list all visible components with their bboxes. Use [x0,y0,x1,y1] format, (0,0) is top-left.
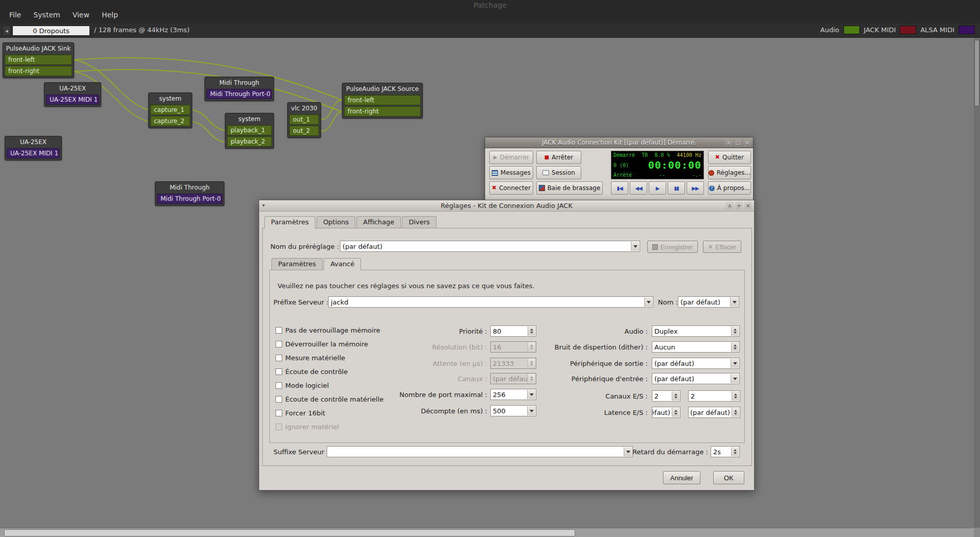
transport-rewind-button[interactable]: ▮◀ [611,181,628,195]
transport-pause-button[interactable]: ▮▮ [668,181,685,195]
dropouts-counter[interactable]: 0 Dropouts [12,26,90,36]
dither-spinbox[interactable]: Aucun [652,341,740,353]
session-button[interactable]: Session [536,166,581,179]
transport-forward-button[interactable]: ▶▶ [687,181,704,195]
checkbox-box[interactable] [276,368,282,375]
vertical-scrollbar-thumb[interactable] [974,40,979,106]
port-playback-2[interactable]: playback_2 [227,136,272,147]
dropdown-arrow-icon[interactable] [731,359,739,368]
checkbox-box[interactable] [276,355,282,361]
dropdown-arrow-icon[interactable] [730,297,738,307]
node-system-playback[interactable]: system playback_1 playback_2 [225,113,274,149]
port-midi-through-port-0[interactable]: Midi Through Port-0 [157,194,222,204]
window-shade-icon[interactable]: ∧ [726,202,734,209]
checkbox-box[interactable] [276,410,282,416]
spin-arrows-icon[interactable] [672,408,679,417]
node-midi-through-bottom[interactable]: Midi Through Midi Through Port-0 [155,181,224,206]
dialog-titlebar[interactable]: ▾ Réglages - Kit de Connexion Audio JACK… [259,200,754,212]
server-suffix-combo[interactable] [327,446,633,457]
port-capture-1[interactable]: capture_1 [150,105,190,115]
window-shade-icon[interactable]: ∧ [725,139,733,147]
stop-button[interactable]: ■ Arrêter [536,151,581,164]
tab-parametres[interactable]: Paramètres [264,216,315,228]
transport-backward-button[interactable]: ◀◀ [630,181,647,195]
tab-affichage[interactable]: Affichage [356,216,401,228]
tab-divers[interactable]: Divers [402,216,436,228]
quit-button[interactable]: ✖ Quitter [708,151,751,164]
preset-save-button[interactable]: Enregistrer [647,241,698,253]
subtab-parametres[interactable]: Paramètres [271,258,323,270]
port-out-2[interactable]: out_2 [289,126,319,136]
qjackctl-titlebar[interactable]: JACK Audio Connection Kit [(par défaut)]… [485,137,754,148]
horizontal-scrollbar-thumb[interactable] [4,529,575,536]
transport-play-button[interactable]: ▶ [649,181,666,195]
horizontal-scrollbar[interactable] [0,528,974,537]
port-front-left[interactable]: front-left [5,55,72,65]
audio-mode-spinbox[interactable]: Duplex [652,325,740,337]
messages-button[interactable]: Messages [489,166,533,179]
port-ua25ex-midi-1[interactable]: UA-25EX MIDI 1 [7,148,60,158]
in-channels-spinbox[interactable]: 2 [652,390,680,402]
spin-arrows-icon[interactable] [732,408,739,417]
preset-combo[interactable]: (par défaut) [340,241,640,252]
dropdown-arrow-icon[interactable] [624,447,632,456]
out-channels-spinbox[interactable]: 2 [688,390,740,402]
in-latency-spinbox[interactable]: (par défaut) [652,407,680,418]
checkbox-box[interactable] [276,341,282,347]
cancel-button[interactable]: Annuler [663,471,700,484]
port-ua25ex-midi-1[interactable]: UA-25EX MIDI 1 [46,95,99,105]
ok-button[interactable]: OK [713,471,744,484]
start-delay-spinbox[interactable]: 2s [711,446,740,457]
dropdown-arrow-icon[interactable] [631,242,639,251]
about-button[interactable]: ? À propos... [708,181,751,195]
dropdown-arrow-icon[interactable] [644,297,652,307]
connect-button[interactable]: ✖ Connecter [489,181,533,195]
checkbox-softmode[interactable]: Mode logiciel [276,380,329,390]
checkbox-force-16bit[interactable]: Forcer 16bit [276,408,325,418]
port-midi-through-port-0[interactable]: Midi Through Port-0 [207,89,272,99]
checkbox-box[interactable] [276,382,282,389]
checkbox-hw-meter[interactable]: Mesure matérielle [276,353,345,363]
input-device-combo[interactable]: (par défaut) [652,373,740,384]
node-ua25ex-bottom[interactable]: UA-25EX UA-25EX MIDI 1 [5,136,62,160]
node-midi-through-top[interactable]: Midi Through Midi Through Port-0 [204,77,274,101]
name-combo[interactable]: (par défaut) [678,296,739,308]
port-front-left[interactable]: front-left [344,95,421,105]
window-maximize-icon[interactable]: □ [734,139,742,147]
menu-file[interactable]: File [4,9,26,20]
start-button[interactable]: ▶ Démarrer [489,151,533,164]
window-close-icon[interactable]: × [743,139,751,147]
port-front-right[interactable]: front-right [5,66,72,76]
dropdown-arrow-icon[interactable] [731,374,739,383]
node-ua25ex-top[interactable]: UA-25EX UA-25EX MIDI 1 [44,82,101,107]
output-device-combo[interactable]: (par défaut) [652,358,740,369]
window-close-icon[interactable]: × [744,202,752,209]
vertical-scrollbar[interactable] [974,38,980,528]
port-capture-2[interactable]: capture_2 [150,116,190,126]
zoom-back-icon[interactable]: ◂ [3,26,11,36]
tab-options[interactable]: Options [316,216,355,228]
out-latency-spinbox[interactable]: (par défaut) [688,407,740,418]
spin-arrows-icon[interactable] [731,342,739,352]
menu-help[interactable]: Help [97,9,123,20]
checkbox-box[interactable] [276,327,282,334]
node-pulseaudio-jack-source[interactable]: PulseAudio JACK Source front-left front-… [342,83,423,119]
checkbox-box[interactable] [276,396,282,403]
window-maximize-icon[interactable]: + [735,202,743,209]
port-out-1[interactable]: out_1 [289,114,319,125]
node-vlc[interactable]: vlc 2030 out_1 out_2 [287,102,321,138]
subtab-avance[interactable]: Avancé [324,258,361,270]
spin-arrows-icon[interactable] [732,391,739,401]
node-system-capture[interactable]: system capture_1 capture_2 [148,92,192,128]
window-menu-icon[interactable]: ▾ [262,202,265,208]
spin-arrows-icon[interactable] [731,447,739,456]
patchbay-button[interactable]: Baie de brassage [536,181,603,195]
setup-button[interactable]: Réglages... [708,166,751,179]
spin-arrows-icon[interactable] [731,326,739,336]
server-prefix-combo[interactable]: jackd [328,296,653,308]
port-playback-1[interactable]: playback_1 [227,125,272,135]
port-front-right[interactable]: front-right [344,106,421,116]
menu-view[interactable]: View [67,9,95,20]
node-pulseaudio-jack-sink[interactable]: PulseAudio JACK Sink front-left front-ri… [3,42,74,78]
menu-system[interactable]: System [28,9,65,20]
